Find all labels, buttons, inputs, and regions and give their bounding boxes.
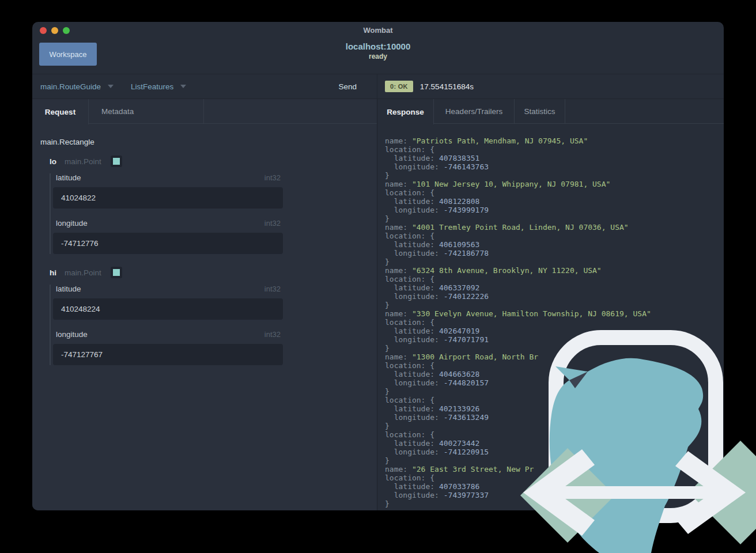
json-string: "Patriots Path, Mendham, NJ 07945, USA" [412,137,588,145]
tab-label: Statistics [524,107,555,116]
json-key: location: [385,232,425,240]
tab-metadata[interactable]: Metadata [89,99,204,124]
message-field-group: hi main.Point latitude int32 410248224 l… [40,267,369,365]
field-label: longitude [56,330,88,339]
send-button[interactable]: Send [338,82,357,91]
json-brace: } [385,422,390,430]
json-key: location: [385,275,425,283]
connection-status: ready [32,52,724,60]
field-input[interactable]: 410248224 [53,298,283,320]
tab-label: Headers/Trailers [445,107,502,116]
connection-host: localhost:10000 [32,41,724,51]
json-number: -744820157 [444,378,489,387]
field-group-children: latitude int32 410248224 longitude int32… [50,285,369,365]
workspace-button[interactable]: Workspace [39,43,97,66]
checkbox-check [113,269,120,276]
json-key: location: [385,318,425,327]
method-chevron-down-icon[interactable] [180,85,186,88]
field-label: latitude [56,173,81,182]
json-key: longitude: [394,335,439,344]
json-key: location: [385,430,425,439]
json-number: -743999179 [444,206,489,214]
json-brace: } [385,257,390,266]
field-scalar-type: int32 [264,173,281,182]
titlebar: Wombat [32,22,724,38]
json-brace: { [430,188,434,197]
field-input[interactable]: -74712776 [53,233,283,254]
zoom-window-button[interactable] [63,27,70,34]
field-label-row: longitude int32 [56,330,281,339]
app-header: Workspace localhost:10000 ready [32,38,724,74]
json-number: 400273442 [439,439,479,448]
service-select[interactable]: main.RouteGuide [40,82,101,91]
field-group-header: lo main.Point [40,156,369,167]
field-name: lo [50,157,56,166]
connection-info: localhost:10000 ready [32,41,724,60]
wombat-logo [514,323,756,553]
json-number: -743977337 [444,491,489,499]
json-number: -740122226 [444,292,489,301]
window-title: Wombat [32,22,724,39]
json-string: "330 Evelyn Avenue, Hamilton Township, N… [412,309,651,318]
field-label-row: latitude int32 [56,173,281,182]
json-key: latitude: [394,154,434,162]
json-key: latitude: [394,370,434,378]
field-enabled-checkbox[interactable] [111,156,122,167]
json-brace: { [430,318,434,327]
json-number: 402133926 [439,404,479,413]
form-field: latitude int32 41024822 [56,173,369,209]
response-tabs: Response Headers/Trailers Statistics [377,99,724,124]
json-key: name: [385,309,407,318]
message-field-group: lo main.Point latitude int32 41024822 lo… [40,156,369,254]
close-window-button[interactable] [40,27,47,34]
method-select[interactable]: ListFeatures [131,82,173,91]
json-brace: { [430,396,434,404]
json-key: latitude: [394,404,434,413]
method-toolbar-left: main.RouteGuide ListFeatures Send [32,74,377,99]
field-type: main.Point [65,268,101,277]
json-number: 406337092 [439,283,479,292]
request-tabs: Request Metadata [32,99,377,124]
checkbox-check [113,158,120,165]
json-brace: { [430,145,434,154]
tab-statistics[interactable]: Statistics [515,99,565,124]
field-input[interactable]: -747127767 [53,344,283,365]
tab-headers-trailers[interactable]: Headers/Trailers [434,99,515,124]
json-brace: } [385,344,390,353]
json-number: 407838351 [439,154,479,162]
traffic-lights [40,27,70,34]
service-chevron-down-icon[interactable] [108,85,114,88]
json-key: longitude: [394,448,439,456]
method-toolbar: main.RouteGuide ListFeatures Send 0: OK … [32,74,724,99]
field-scalar-type: int32 [264,330,281,339]
field-input[interactable]: 41024822 [53,187,283,209]
json-brace: { [430,275,434,283]
desktop-background: Wombat Workspace localhost:10000 ready m… [0,0,756,553]
json-number: -743613249 [444,413,489,422]
json-key: longitude: [394,249,439,257]
tab-response[interactable]: Response [377,99,434,124]
field-scalar-type: int32 [264,285,281,293]
json-number: -741220915 [444,448,489,456]
form-field: latitude int32 410248224 [56,285,369,320]
field-name: hi [50,268,56,277]
json-key: name: [385,266,407,275]
field-enabled-checkbox[interactable] [111,267,122,278]
json-key: location: [385,474,425,482]
json-string: "4001 Tremley Point Road, Linden, NJ 070… [412,223,629,232]
json-key: longitude: [394,292,439,301]
tab-request[interactable]: Request [32,99,89,124]
call-duration: 17.554151684s [420,82,474,91]
tab-label: Request [45,108,75,116]
json-brace: } [385,171,390,180]
json-key: location: [385,188,425,197]
field-label: longitude [56,219,88,228]
json-key: latitude: [394,283,434,292]
json-brace: { [430,361,434,370]
tab-label: Response [387,108,424,116]
json-key: location: [385,361,425,370]
result-status-bar: 0: OK 17.554151684s [377,74,724,99]
minimize-window-button[interactable] [51,27,58,34]
form-field: longitude int32 -747127767 [56,330,369,365]
json-key: latitude: [394,439,434,448]
